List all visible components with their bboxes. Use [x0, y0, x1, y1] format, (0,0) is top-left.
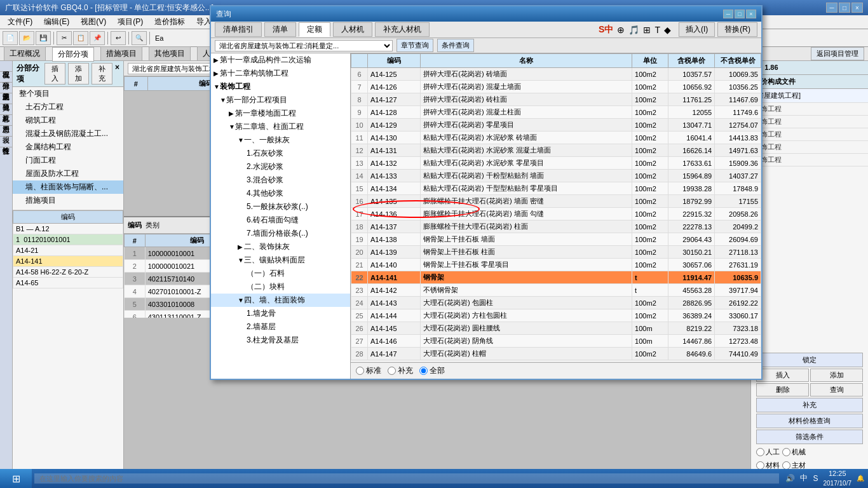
dialog-insert-btn[interactable]: 插入(I): [679, 22, 715, 37]
tree-wall-base[interactable]: 2.墙基层: [211, 320, 350, 334]
tb-undo[interactable]: ↩: [111, 31, 126, 45]
dialog-close[interactable]: ×: [746, 10, 756, 18]
menu-file[interactable]: 文件(F): [3, 15, 37, 29]
return-project-btn[interactable]: 返回项目管理: [811, 47, 864, 60]
vtab-other[interactable]: 其他项目: [0, 93, 12, 104]
tree-joint[interactable]: 6.砖石墙面勾缝: [211, 214, 350, 227]
quota-row[interactable]: 17 A14-136 膨胀螺栓干挂大理石(花岗岩) 墙面 勾缝 100m2 22…: [351, 208, 761, 220]
quota-row[interactable]: 10 A14-129 拼碎大理石(花岗岩) 零星项目 100m2 13047.7…: [351, 119, 761, 132]
quota-row[interactable]: 19 A14-138 钢骨架上干挂石板 墙面 100m2 29064.43 26…: [351, 233, 761, 246]
quota-row[interactable]: 18 A14-137 膨胀螺栓干挂大理石(花岗岩) 柱面 100m2 22278…: [351, 220, 761, 233]
quota-row[interactable]: 9 A14-128 拼碎大理石(花岗岩) 混凝土柱面 100m2 12055 1…: [351, 106, 761, 119]
quota-row[interactable]: 12 A14-131 粘贴大理石(花岗岩) 水泥砂浆 混凝土墙面 100m2 1…: [351, 144, 761, 157]
tree-wall-decor2[interactable]: ▼四、墙、柱面装饰: [211, 294, 350, 307]
dialog-tab-supp[interactable]: 补充人材机: [375, 22, 430, 37]
tab-overview[interactable]: 工程概况: [4, 46, 46, 61]
quota-row[interactable]: 11 A14-130 粘贴大理石(花岗岩) 水泥砂浆 砖墙面 100m2 160…: [351, 132, 761, 144]
dialog-tab-materials[interactable]: 人材机: [333, 22, 372, 37]
lock-btn[interactable]: 锁定: [756, 353, 863, 367]
dialog-tab-quota[interactable]: 定额: [299, 22, 330, 37]
quota-row[interactable]: 28 A14-147 大理石(花岗岩) 柱帽 100m2 84649.6 744…: [351, 348, 761, 360]
taskbar-icon-3[interactable]: S: [813, 474, 818, 483]
quota-lib-dropdown[interactable]: 湖北省房屋建筑与装饰工程:消耗量定...: [215, 40, 393, 51]
tree-ch11[interactable]: ▶第十一章成品构件二次运输: [211, 53, 350, 67]
taskbar-icon-1[interactable]: 🔊: [785, 474, 795, 483]
tree-gen-plaster2[interactable]: 5.一般抹灰砂浆(..): [211, 200, 350, 214]
left-row-a14141[interactable]: A14-141: [13, 256, 123, 267]
tb-open[interactable]: 📂: [19, 31, 34, 45]
tb-find[interactable]: 🔍: [132, 31, 147, 45]
quota-row[interactable]: 20 A14-139 钢骨架上干挂石板 柱面 100m2 30150.21 27…: [351, 246, 761, 259]
tree-cement-mortar[interactable]: 2.水泥砂浆: [211, 160, 350, 173]
vtab-mixed[interactable]: 混凝土及钢筋: [0, 83, 12, 93]
left-row-1[interactable]: 1 011201001001: [13, 234, 123, 245]
quota-row[interactable]: 21 A14-140 钢骨架上干挂石板 零星项目 100m2 30657.06 …: [351, 259, 761, 271]
condition-search-btn[interactable]: 条件查询: [437, 39, 474, 52]
quota-row[interactable]: 25 A14-144 大理石(花岗岩) 方柱包圆柱 100m2 36389.24…: [351, 309, 761, 322]
quota-row[interactable]: 14 A14-133 粘贴大理石(花岗岩) 干粉型粘贴剂 墙面 100m2 15…: [351, 170, 761, 182]
add-circle-icon[interactable]: ⊕: [617, 25, 625, 35]
vtab-engineering[interactable]: 工程概况: [0, 61, 12, 72]
tb-save[interactable]: 💾: [36, 31, 51, 45]
tree-grid[interactable]: 7.墙面分格嵌条(..): [211, 227, 350, 240]
tree-mixed-mortar[interactable]: 3.混合砂浆: [211, 173, 350, 187]
menu-cost[interactable]: 造价指标: [149, 15, 190, 29]
left-row-a1458[interactable]: A14-58 H6-22-Z 6-20-Z: [13, 267, 123, 278]
radio-mech[interactable]: 机械: [782, 447, 806, 457]
dialog-tab-guide[interactable]: 清单指引: [215, 22, 262, 37]
quota-row[interactable]: 6 A14-125 拼碎大理石(花岗岩) 砖墙面 100m2 10357.57 …: [351, 68, 761, 81]
radio-all[interactable]: 全部: [419, 365, 445, 376]
radio-manual[interactable]: 人工: [756, 447, 780, 457]
tree-wall-decor[interactable]: 墙、柱面装饰与隔断、...: [13, 180, 123, 194]
vtab-report[interactable]: 报表: [0, 126, 12, 137]
dialog-restore[interactable]: □: [735, 10, 745, 18]
tb-paste[interactable]: 📌: [90, 31, 105, 45]
minimize-button[interactable]: ─: [826, 3, 837, 13]
tb-cut[interactable]: ✂: [57, 31, 72, 45]
menu-view[interactable]: 视图(V): [76, 15, 111, 29]
quota-row[interactable]: 8 A14-127 拼碎大理石(花岗岩) 砖柱面 100m2 11761.25 …: [351, 93, 761, 106]
tree-metal[interactable]: 金属结构工程: [13, 140, 123, 154]
tree-masonry[interactable]: 砌筑工程: [13, 114, 123, 127]
dialog-replace-btn[interactable]: 替换(R): [717, 22, 757, 37]
tree-ch2[interactable]: ▼第二章墙、柱面工程: [211, 120, 350, 133]
menu-edit[interactable]: 编辑(E): [39, 15, 74, 29]
start-button[interactable]: ⊞: [0, 469, 32, 488]
supplement-btn[interactable]: 补充: [92, 63, 112, 85]
diamond-icon[interactable]: ◆: [664, 25, 671, 35]
tree-whole-project[interactable]: 整个项目: [13, 87, 123, 100]
tab-measures[interactable]: 措施项目: [100, 46, 142, 61]
tree-tile[interactable]: ▼三、镶贴块料面层: [211, 254, 350, 267]
taskbar-search[interactable]: [34, 473, 779, 484]
quota-row[interactable]: 26 A14-145 大理石(花岗岩) 圆柱腰线 100m 8219.22 73…: [351, 322, 761, 335]
left-row-b1[interactable]: B1 — A.12: [13, 224, 123, 234]
tree-block[interactable]: （二）块料: [211, 280, 350, 294]
tree-ch1[interactable]: ▶第一章楼地面工程: [211, 107, 350, 120]
tree-ch12[interactable]: ▶第十二章构筑物工程: [211, 67, 350, 80]
quota-row[interactable]: 22 A14-141 钢骨架 t 11914.47 10635.9: [351, 271, 761, 284]
chapter-search-btn[interactable]: 章节查询: [397, 39, 433, 52]
insert-btn[interactable]: 插入: [44, 63, 65, 85]
quota-row[interactable]: 24 A14-143 大理石(花岗岩) 包圆柱 100m2 28826.95 2…: [351, 297, 761, 309]
filter-btn[interactable]: 筛选条件: [756, 430, 863, 444]
tree-concrete[interactable]: 混凝土及钢筋混凝土工...: [13, 127, 123, 140]
taskbar-notification[interactable]: 🔔: [857, 475, 864, 482]
mic-icon[interactable]: 🎵: [628, 25, 639, 35]
add-item-btn[interactable]: 添加: [810, 369, 863, 382]
tab-parts[interactable]: 分部分项: [52, 47, 94, 62]
close-button[interactable]: ×: [851, 3, 863, 13]
tree-part1[interactable]: ▼第一部分工程项目: [211, 93, 350, 107]
quota-row[interactable]: 15 A14-134 粘贴大理石(花岗岩) 干型型粘贴剂 零星项目 100m2 …: [351, 182, 761, 195]
quota-row[interactable]: 27 A14-146 大理石(花岗岩) 阴角线 100m 14467.86 12…: [351, 335, 761, 348]
radio-supplement[interactable]: 补充: [388, 365, 413, 376]
price-query-btn[interactable]: 材料价格查询: [756, 414, 863, 428]
tree-general-plaster[interactable]: ▼一、一般抹灰: [211, 133, 350, 147]
taskbar-icon-2[interactable]: 中: [800, 473, 808, 484]
vtab-compat[interactable]: 符合性检查: [0, 137, 12, 147]
tree-wall-keel[interactable]: 1.墙龙骨: [211, 307, 350, 320]
tb-new[interactable]: 📄: [3, 31, 18, 45]
left-row-a1421[interactable]: A14-21: [13, 245, 123, 256]
tree-decor-plaster[interactable]: ▶二、装饰抹灰: [211, 240, 350, 254]
left-row-a1465[interactable]: A14-65: [13, 278, 123, 288]
text-icon[interactable]: T: [654, 25, 660, 35]
